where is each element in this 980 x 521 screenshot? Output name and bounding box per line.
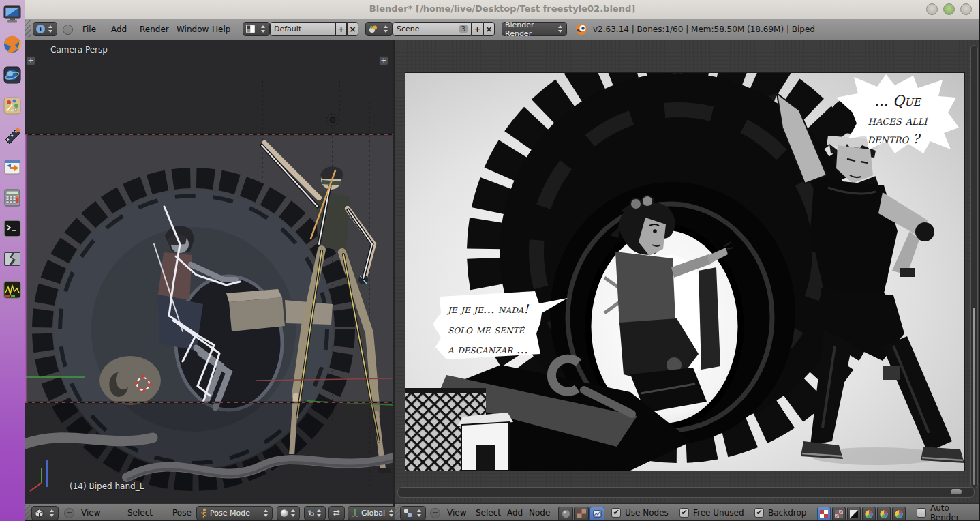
chevron-updown-icon: [263, 509, 269, 518]
terminal-icon[interactable]: [3, 219, 22, 238]
backdrop-color-alpha-toggle[interactable]: [817, 507, 831, 521]
menu-file[interactable]: File: [80, 19, 98, 40]
menu-render[interactable]: Render: [138, 19, 171, 40]
engine-name: Blender Render: [505, 20, 555, 38]
menu-add[interactable]: Add: [505, 504, 525, 521]
region-expand-left-button[interactable]: +: [26, 56, 35, 65]
add-scene-button[interactable]: +: [472, 22, 483, 36]
vertical-scrollbar-thumb[interactable]: [973, 308, 975, 485]
network-tool-icon[interactable]: [3, 65, 22, 85]
calculator-icon[interactable]: [3, 188, 22, 207]
scene-icon: [369, 25, 378, 33]
view3d-editor-icon: [35, 509, 44, 518]
snap-toggle-button[interactable]: ⇄: [328, 506, 345, 520]
scene-icon-button[interactable]: [365, 22, 393, 36]
material-nodes-toggle[interactable]: [558, 507, 573, 521]
auto-render-checkbox[interactable]: [917, 508, 926, 518]
color-wheel-icon: [865, 510, 873, 518]
menu-select[interactable]: Select: [125, 504, 155, 521]
auto-render-label[interactable]: Auto Render: [930, 504, 980, 521]
title-bar: Blender* [/home/live/Desktop/Test freest…: [25, 0, 980, 20]
color-wheel-icon: [880, 510, 888, 518]
system-monitor-icon[interactable]: [3, 280, 22, 299]
area-corner-grip[interactable]: [25, 20, 31, 37]
editor-type-selector[interactable]: i: [33, 22, 57, 36]
menu-window[interactable]: Window: [174, 19, 211, 40]
chevron-updown-icon: [260, 25, 266, 33]
screen-layout-icon-button[interactable]: [243, 22, 270, 36]
bubble-right-line1: ... Que: [874, 93, 922, 109]
screen-layout-field[interactable]: Default: [270, 22, 335, 36]
snap-arrows-icon: ⇄: [333, 508, 340, 518]
viewport-header: − View Select Pose Pose Mode ⇄ Global: [25, 503, 393, 521]
menu-select[interactable]: Select: [474, 504, 503, 521]
color-checker-icon: [835, 510, 843, 518]
unlink-layout-button[interactable]: ×: [347, 22, 358, 36]
rgba-checker-icon: [820, 510, 828, 518]
viewport-shading-selector[interactable]: [277, 506, 300, 520]
vertical-scrollbar[interactable]: [970, 45, 978, 488]
region-expand-right-button[interactable]: +: [379, 56, 388, 65]
view-name-label: Camera Persp: [50, 45, 108, 55]
editor-type-selector[interactable]: [400, 506, 426, 520]
chevron-updown-icon: [290, 509, 296, 518]
blender-window: Blender* [/home/live/Desktop/Test freest…: [0, 0, 980, 521]
scene-users-count[interactable]: 3: [459, 25, 468, 33]
firefox-icon[interactable]: [3, 35, 22, 54]
info-header: i − File Add Render Window Help Default …: [25, 19, 980, 40]
compositing-image-icon: [593, 509, 602, 518]
horizontal-scrollbar[interactable]: [397, 487, 975, 498]
collapse-menus-button[interactable]: −: [63, 25, 73, 35]
backdrop-alpha-toggle[interactable]: [847, 507, 861, 521]
editor-type-selector[interactable]: [31, 506, 59, 520]
window-title: Blender* [/home/live/Desktop/Test freest…: [25, 3, 980, 14]
horizontal-scrollbar-thumb[interactable]: [951, 489, 962, 494]
minimize-button[interactable]: [926, 3, 938, 15]
close-button[interactable]: [960, 3, 972, 15]
collapse-menus-button[interactable]: −: [430, 508, 440, 518]
maximize-button[interactable]: [943, 3, 955, 15]
channel-r-wheel-toggle[interactable]: [862, 507, 876, 521]
file-splitter-icon[interactable]: [3, 250, 22, 269]
menu-add[interactable]: Add: [109, 19, 129, 40]
menu-view[interactable]: View: [79, 504, 102, 521]
media-converter-icon[interactable]: [3, 158, 22, 177]
channel-b-wheel-toggle[interactable]: [892, 507, 906, 521]
info-editor-icon: i: [36, 25, 45, 33]
menu-node[interactable]: Node: [527, 504, 552, 521]
menu-help[interactable]: Help: [210, 19, 232, 40]
add-layout-button[interactable]: +: [335, 22, 347, 36]
channel-g-wheel-toggle[interactable]: [877, 507, 891, 521]
use-nodes-label[interactable]: Use Nodes: [625, 504, 669, 521]
backdrop-color-toggle[interactable]: [832, 507, 846, 521]
compositing-nodes-toggle[interactable]: [589, 507, 604, 521]
mode-selector[interactable]: Pose Mode: [196, 506, 273, 520]
backdrop-label[interactable]: Backdrop: [768, 504, 806, 521]
collapse-menus-button[interactable]: −: [64, 508, 74, 518]
free-unused-label[interactable]: Free Unused: [693, 504, 744, 521]
pivot-icon: [307, 509, 314, 517]
editor-divider[interactable]: [393, 40, 395, 521]
graphics-editor-icon[interactable]: [3, 96, 22, 115]
use-nodes-checkbox[interactable]: ✔: [611, 508, 621, 518]
scene-field[interactable]: Scene 3: [393, 22, 472, 36]
free-unused-checkbox[interactable]: ✔: [679, 508, 689, 518]
transform-orientation-selector[interactable]: Global: [348, 506, 398, 520]
computer-icon[interactable]: [3, 4, 22, 23]
menu-pose[interactable]: Pose: [170, 504, 194, 521]
status-info: v2.63.14 | Bones:1/60 | Mem:58.50M (18.6…: [593, 19, 815, 40]
backdrop-checkbox[interactable]: ✔: [754, 508, 764, 518]
node-editor[interactable]: ... Que haces allí dentro ? je je je... …: [395, 40, 980, 503]
video-editor-icon[interactable]: [3, 127, 22, 146]
viewport-3d[interactable]: Camera Persp (14) Biped hand_L + +: [25, 40, 393, 503]
node-editor-icon: [403, 509, 412, 518]
area-corner-grip[interactable]: [25, 505, 31, 521]
chevron-updown-icon: [557, 25, 564, 33]
render-engine-selector[interactable]: Blender Render: [502, 22, 567, 36]
chevron-updown-icon: [316, 509, 322, 518]
menu-view[interactable]: View: [445, 504, 468, 521]
pivot-point-selector[interactable]: [304, 506, 326, 520]
texture-nodes-toggle[interactable]: [574, 507, 589, 521]
unlink-scene-button[interactable]: ×: [483, 22, 495, 36]
orientation-name: Global: [361, 509, 385, 518]
